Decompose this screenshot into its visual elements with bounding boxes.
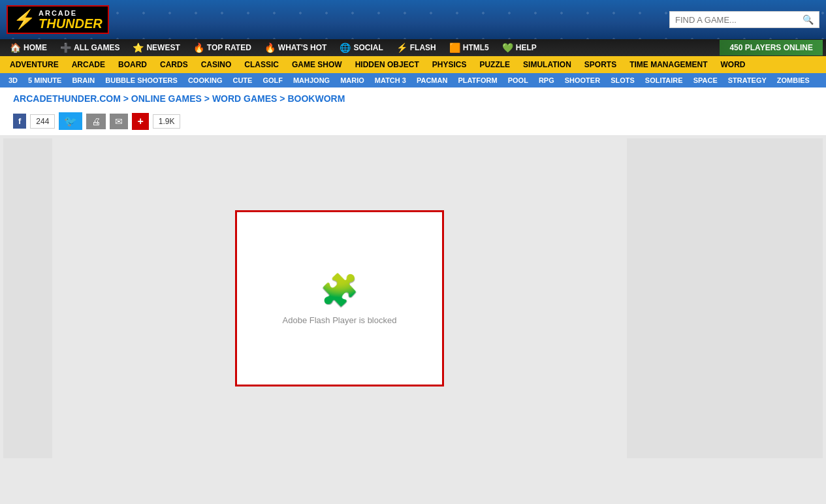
nav2-physics[interactable]: PHYSICS (426, 56, 473, 73)
newest-icon: ⭐ (133, 42, 144, 53)
whats-hot-icon: 🔥 (264, 42, 276, 53)
nav2-casino[interactable]: CASINO (195, 56, 238, 73)
search-box[interactable]: 🔍 (669, 11, 819, 28)
twitter-icon: 🐦 (64, 115, 77, 127)
logo[interactable]: ⚡ ARCADE THUNDER (7, 5, 109, 34)
plus-button[interactable]: + (132, 113, 148, 130)
nav2-game-show[interactable]: GAME SHOW (285, 56, 349, 73)
right-sidebar (627, 138, 823, 458)
breadcrumb[interactable]: ARCADETHUNDER.COM > ONLINE GAMES > WORD … (13, 93, 345, 104)
home-icon: 🏠 (10, 42, 21, 53)
help-icon: 💚 (502, 42, 513, 53)
nav3-bubble-shooters[interactable]: BUBBLE SHOOTERS (100, 73, 183, 87)
email-button[interactable]: ✉ (110, 114, 128, 129)
nav3-cute[interactable]: CUTE (227, 73, 257, 87)
logo-text: ARCADE THUNDER (39, 9, 103, 30)
nav2-word[interactable]: WORD (714, 56, 752, 73)
top-rated-icon: 🔥 (193, 42, 204, 53)
nav1-social[interactable]: 🌐 SOCIAL (333, 39, 389, 56)
left-sidebar (3, 138, 52, 458)
header: ⚡ ARCADE THUNDER 🔍 (0, 0, 826, 39)
nav1-home-label: HOME (24, 43, 47, 52)
all-games-icon: ➕ (60, 42, 71, 53)
facebook-icon: f (18, 116, 21, 126)
nav2-hidden-object[interactable]: HIDDEN OBJECT (349, 56, 426, 73)
nav3-space[interactable]: SPACE (688, 73, 723, 87)
search-input[interactable] (675, 15, 802, 25)
nav3-zombies[interactable]: ZOMBIES (772, 73, 815, 87)
nav3-golf[interactable]: GOLF (257, 73, 288, 87)
email-icon: ✉ (115, 116, 123, 127)
nav1-html5-label: HTML5 (463, 43, 489, 52)
nav2-cards[interactable]: CARDS (153, 56, 195, 73)
twitter-button[interactable]: 🐦 (59, 112, 82, 130)
players-online: 450 PLAYERS ONLINE (720, 40, 823, 55)
nav1-all-games[interactable]: ➕ ALL GAMES (54, 39, 126, 56)
search-icon: 🔍 (802, 14, 814, 25)
nav1-top-rated[interactable]: 🔥 TOP RATED (187, 39, 258, 56)
game-frame: 🧩 Adobe Flash Player is blocked (235, 210, 444, 386)
social-bar: f 244 🐦 🖨 ✉ + 1.9K (0, 110, 826, 135)
nav3-rpg[interactable]: RPG (533, 73, 560, 87)
nav1-flash[interactable]: ⚡ FLASH (390, 39, 443, 56)
html5-icon: 🟧 (449, 42, 460, 53)
nav2-classic[interactable]: CLASSIC (238, 56, 285, 73)
game-area: 🧩 Adobe Flash Player is blocked (56, 138, 624, 458)
nav3-solitaire[interactable]: SOLITAIRE (640, 73, 688, 87)
nav1: 🏠 HOME ➕ ALL GAMES ⭐ NEWEST 🔥 TOP RATED … (0, 39, 826, 56)
nav1-newest-label: NEWEST (146, 43, 180, 52)
nav2: ADVENTURE ARCADE BOARD CARDS CASINO CLAS… (0, 56, 826, 73)
nav2-time-management[interactable]: TIME MANAGEMENT (623, 56, 714, 73)
nav1-help-label: HELP (516, 43, 537, 52)
nav3-3d[interactable]: 3D (3, 73, 23, 87)
nav3-pool[interactable]: POOL (503, 73, 533, 87)
nav1-whats-hot[interactable]: 🔥 WHAT'S HOT (258, 39, 334, 56)
facebook-button[interactable]: f (13, 114, 26, 129)
plus-icon: + (137, 116, 143, 127)
social-icon: 🌐 (340, 42, 351, 53)
nav1-home[interactable]: 🏠 HOME (3, 39, 54, 56)
facebook-count: 244 (30, 114, 55, 129)
breadcrumb-area: ARCADETHUNDER.COM > ONLINE GAMES > WORD … (0, 87, 826, 110)
nav3-5minute[interactable]: 5 MINUTE (23, 73, 67, 87)
print-icon: 🖨 (91, 116, 101, 127)
nav1-html5[interactable]: 🟧 HTML5 (443, 39, 496, 56)
nav3-mahjong[interactable]: MAHJONG (288, 73, 335, 87)
flash-icon: ⚡ (396, 42, 407, 53)
nav2-board[interactable]: BOARD (112, 56, 153, 73)
nav3: 3D 5 MINUTE BRAIN BUBBLE SHOOTERS COOKIN… (0, 73, 826, 87)
nav1-help[interactable]: 💚 HELP (496, 39, 543, 56)
nav1-all-games-label: ALL GAMES (74, 43, 119, 52)
nav1-top-rated-label: TOP RATED (207, 43, 251, 52)
nav3-mario[interactable]: MARIO (335, 73, 370, 87)
puzzle-icon: 🧩 (320, 272, 359, 309)
nav1-whats-hot-label: WHAT'S HOT (278, 43, 327, 52)
logo-box: ⚡ ARCADE THUNDER (7, 5, 109, 34)
nav2-adventure[interactable]: ADVENTURE (3, 56, 65, 73)
lightning-icon: ⚡ (13, 10, 36, 29)
nav2-arcade[interactable]: ARCADE (65, 56, 112, 73)
nav1-flash-label: FLASH (410, 43, 436, 52)
nav3-platform[interactable]: PLATFORM (453, 73, 502, 87)
flash-blocked-text: Adobe Flash Player is blocked (283, 315, 397, 325)
nav3-pacman[interactable]: PACMAN (411, 73, 453, 87)
main-content: 🧩 Adobe Flash Player is blocked (0, 135, 826, 462)
logo-thunder-text: THUNDER (39, 17, 103, 30)
plus-count: 1.9K (153, 114, 181, 129)
nav3-slots[interactable]: SLOTS (605, 73, 640, 87)
nav2-sports[interactable]: SPORTS (578, 56, 623, 73)
nav1-newest[interactable]: ⭐ NEWEST (126, 39, 186, 56)
nav3-brain[interactable]: BRAIN (67, 73, 100, 87)
nav3-strategy[interactable]: STRATEGY (723, 73, 772, 87)
print-button[interactable]: 🖨 (86, 114, 106, 129)
nav2-simulation[interactable]: SIMULATION (516, 56, 578, 73)
nav3-match3[interactable]: MATCH 3 (370, 73, 411, 87)
nav1-social-label: SOCIAL (353, 43, 383, 52)
nav2-puzzle[interactable]: PUZZLE (473, 56, 516, 73)
nav3-cooking[interactable]: COOKING (183, 73, 228, 87)
nav3-shooter[interactable]: SHOOTER (560, 73, 605, 87)
